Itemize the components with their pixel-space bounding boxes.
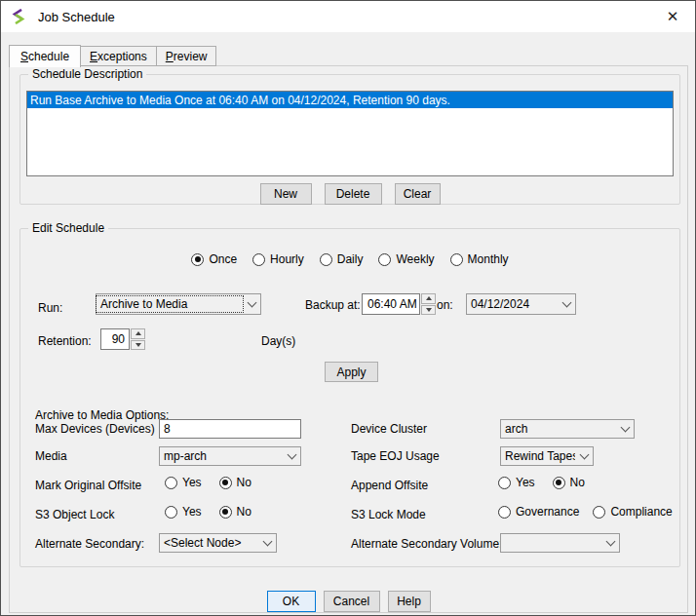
schedule-description-group: Schedule Description Run Base Archive to…: [19, 74, 680, 205]
radio-circle: [593, 506, 605, 519]
chevron-down-icon[interactable]: [243, 294, 260, 314]
chevron-down-icon[interactable]: [258, 534, 276, 552]
radio-weekly[interactable]: Weekly: [378, 252, 434, 266]
no-label: No: [237, 476, 251, 489]
tab-schedule[interactable]: Schedule: [9, 45, 81, 67]
ok-button[interactable]: OK: [267, 591, 316, 612]
max-devices-label: Max Devices (Devices): [35, 422, 155, 436]
run-select[interactable]: Archive to Media: [96, 293, 261, 315]
radio-hourly-label: Hourly: [270, 252, 304, 266]
alternate-secondary-select[interactable]: <Select Node>: [159, 533, 277, 553]
schedule-list-item-selected[interactable]: Run Base Archive to Media Once at 06:40 …: [27, 92, 673, 108]
device-cluster-select[interactable]: arch: [500, 419, 635, 439]
spin-down-icon[interactable]: [131, 340, 145, 351]
clear-button[interactable]: Clear: [395, 183, 441, 205]
media-value: mp-arch: [160, 448, 283, 464]
radio-circle: [498, 506, 511, 519]
run-select-value: Archive to Media: [97, 296, 243, 312]
tab-exceptions[interactable]: Exceptions: [81, 46, 157, 66]
on-date-select[interactable]: 04/12/2024: [466, 293, 576, 315]
backup-time-arrows: [421, 293, 436, 315]
device-cluster-label: Device Cluster: [351, 422, 427, 436]
footer-buttons-row: OK Cancel Help: [10, 591, 687, 612]
chevron-down-icon[interactable]: [616, 420, 634, 438]
tab-preview-accel: P: [166, 50, 174, 63]
s3-object-lock-label: S3 Object Lock: [35, 508, 114, 521]
radio-once-label: Once: [209, 252, 237, 266]
max-devices-input[interactable]: 8: [159, 419, 301, 439]
s3-object-lock-radio-group: Yes No: [165, 504, 251, 520]
chevron-down-icon[interactable]: [558, 294, 575, 314]
edit-schedule-group-label: Edit Schedule: [28, 221, 108, 235]
media-select[interactable]: mp-arch: [159, 446, 301, 466]
retention-unit-label: Day(s): [261, 334, 295, 348]
radio-daily-circle: [320, 253, 332, 266]
governance-label: Governance: [516, 505, 579, 519]
spin-down-icon[interactable]: [421, 305, 436, 316]
no-label: No: [237, 505, 251, 519]
backup-time-spinner[interactable]: 06:40 AM: [362, 293, 436, 315]
tab-preview[interactable]: Preview: [157, 46, 217, 66]
alternate-secondary-volume-select[interactable]: [500, 533, 620, 553]
mark-original-offsite-yes-radio[interactable]: Yes: [165, 476, 202, 489]
radio-circle: [219, 477, 232, 489]
backup-time-value[interactable]: 06:40 AM: [362, 293, 420, 315]
tab-strip: Schedule Exceptions Preview: [9, 44, 216, 66]
chevron-down-icon[interactable]: [601, 534, 619, 552]
mark-original-offsite-no-radio[interactable]: No: [219, 476, 251, 489]
mark-original-offsite-label: Mark Original Offsite: [35, 479, 141, 492]
frequency-radio-group: Once Hourly Daily Weekly Monthly: [20, 252, 679, 266]
retention-value[interactable]: 90: [100, 328, 130, 350]
apply-button[interactable]: Apply: [325, 362, 378, 382]
schedule-tab-panel: Schedule Description Run Base Archive to…: [9, 65, 688, 613]
spin-up-icon[interactable]: [421, 293, 436, 304]
radio-monthly-label: Monthly: [468, 252, 509, 266]
tape-eoj-usage-label: Tape EOJ Usage: [351, 449, 440, 463]
radio-monthly[interactable]: Monthly: [450, 252, 509, 266]
retention-spinner[interactable]: 90: [100, 328, 145, 350]
radio-circle: [165, 506, 177, 519]
radio-hourly-circle: [252, 253, 265, 266]
radio-hourly[interactable]: Hourly: [252, 252, 304, 266]
help-button[interactable]: Help: [388, 591, 431, 612]
radio-once[interactable]: Once: [191, 252, 237, 266]
radio-monthly-circle: [450, 253, 463, 266]
tab-schedule-label: chedule: [28, 50, 69, 63]
s3-lock-mode-governance-radio[interactable]: Governance: [498, 505, 579, 519]
job-schedule-dialog: Job Schedule ✕ Schedule Exceptions Previ…: [0, 0, 696, 616]
no-label: No: [570, 476, 585, 489]
s3-lock-mode-compliance-radio[interactable]: Compliance: [593, 505, 672, 519]
chevron-down-icon[interactable]: [575, 447, 593, 465]
radio-daily-label: Daily: [337, 252, 364, 266]
spin-up-icon[interactable]: [131, 328, 145, 339]
append-offsite-radio-group: Yes No: [498, 475, 585, 490]
alternate-secondary-value: <Select Node>: [160, 535, 258, 551]
alternate-secondary-volume-label: Alternate Secondary Volume:: [351, 537, 502, 551]
radio-circle: [165, 477, 177, 489]
radio-weekly-circle: [378, 253, 391, 266]
append-offsite-no-radio[interactable]: No: [553, 476, 585, 489]
radio-once-circle: [191, 253, 204, 266]
mark-original-offsite-radio-group: Yes No: [165, 475, 251, 490]
yes-label: Yes: [516, 476, 535, 489]
window-title: Job Schedule: [38, 10, 115, 24]
schedule-list[interactable]: Run Base Archive to Media Once at 06:40 …: [26, 91, 674, 176]
cancel-button[interactable]: Cancel: [324, 591, 380, 612]
tape-eoj-usage-select[interactable]: Rewind Tapes: [500, 446, 594, 466]
yes-label: Yes: [182, 476, 202, 489]
retention-label: Retention:: [38, 334, 92, 348]
close-icon[interactable]: ✕: [650, 1, 695, 31]
chevron-down-icon[interactable]: [283, 447, 300, 465]
new-button[interactable]: New: [260, 183, 312, 205]
media-label: Media: [35, 449, 67, 463]
append-offsite-yes-radio[interactable]: Yes: [498, 476, 535, 489]
s3-object-lock-no-radio[interactable]: No: [219, 505, 251, 519]
edit-schedule-group: Edit Schedule Once Hourly Daily Weekly M…: [19, 228, 680, 567]
on-label: on:: [437, 298, 453, 312]
radio-daily[interactable]: Daily: [320, 252, 364, 266]
alternate-secondary-volume-value: [501, 542, 601, 544]
s3-object-lock-yes-radio[interactable]: Yes: [165, 505, 202, 519]
radio-circle: [498, 477, 511, 489]
delete-button[interactable]: Delete: [325, 183, 382, 205]
yes-label: Yes: [182, 505, 202, 519]
